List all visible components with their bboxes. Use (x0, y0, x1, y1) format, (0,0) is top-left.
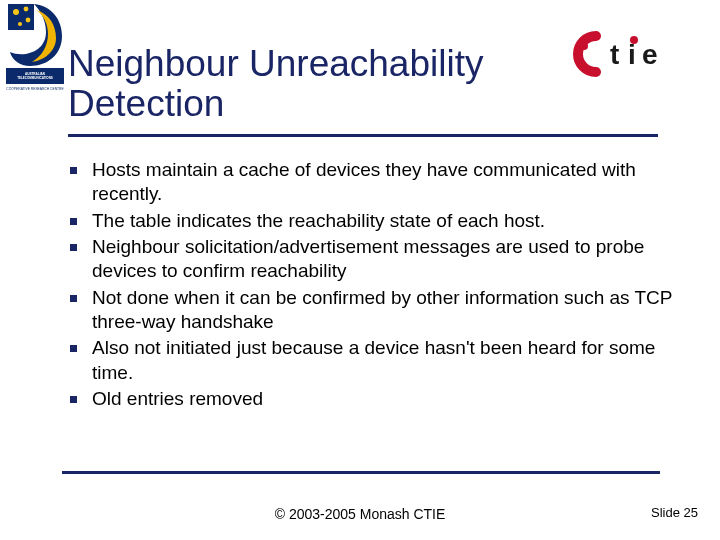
svg-point-3 (26, 18, 31, 23)
svg-text:TELECOMMUNICATIONS: TELECOMMUNICATIONS (17, 76, 53, 80)
list-item: Hosts maintain a cache of devices they h… (62, 158, 682, 207)
footer-rule (62, 471, 660, 474)
slide: AUSTRALIAN TELECOMMUNICATIONS COOPERATIV… (0, 0, 720, 540)
svg-text:t: t (610, 39, 619, 70)
svg-point-2 (24, 7, 29, 12)
copyright-text: © 2003-2005 Monash CTIE (0, 506, 720, 522)
list-item: Also not initiated just because a device… (62, 336, 682, 385)
list-item: The table indicates the reachability sta… (62, 209, 682, 233)
list-item: Neighbour solicitation/advertisement mes… (62, 235, 682, 284)
body-content: Hosts maintain a cache of devices they h… (62, 158, 682, 413)
svg-point-13 (630, 36, 638, 44)
bullet-list: Hosts maintain a cache of devices they h… (62, 158, 682, 411)
ctie-logo: t i e (570, 30, 702, 78)
title-underline (68, 134, 658, 137)
svg-text:e: e (642, 39, 658, 70)
svg-point-1 (13, 9, 19, 15)
svg-text:COOPERATIVE RESEARCH CENTRE: COOPERATIVE RESEARCH CENTRE (6, 87, 64, 91)
list-item: Old entries removed (62, 387, 682, 411)
slide-number: Slide 25 (651, 505, 698, 520)
atcrc-logo: AUSTRALIAN TELECOMMUNICATIONS COOPERATIV… (6, 0, 64, 96)
slide-title: Neighbour Unreachability Detection (68, 44, 548, 124)
list-item: Not done when it can be confirmed by oth… (62, 286, 682, 335)
svg-point-9 (580, 42, 588, 50)
svg-point-4 (18, 22, 22, 26)
